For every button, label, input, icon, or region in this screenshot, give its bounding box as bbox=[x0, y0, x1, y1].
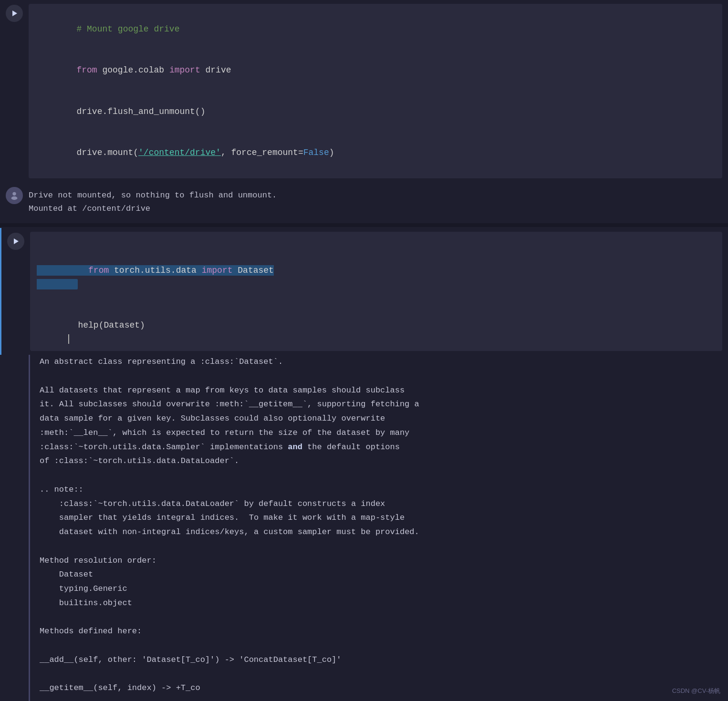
output-1: Drive not mounted, so nothing to flush a… bbox=[0, 182, 728, 222]
keyword-from-2: from bbox=[88, 266, 109, 275]
play-icon bbox=[10, 10, 18, 17]
svg-marker-0 bbox=[12, 10, 17, 16]
code-line-import: from google.colab import drive bbox=[35, 50, 716, 91]
user-icon bbox=[9, 190, 20, 201]
mount-path: '/content/drive' bbox=[138, 148, 221, 157]
close-paren: ) bbox=[329, 148, 334, 157]
play-icon-2 bbox=[12, 237, 20, 245]
code-line-flush: drive.flush_and_unmount() bbox=[35, 91, 716, 132]
normal-text-drive: drive bbox=[200, 65, 231, 75]
svg-point-2 bbox=[11, 196, 18, 199]
cell-2: from torch.utils.data import Dataset hel… bbox=[0, 228, 728, 355]
code-line-comment: # Mount google drive bbox=[35, 9, 716, 50]
run-button-2[interactable] bbox=[7, 233, 24, 250]
output-avatar-1 bbox=[6, 187, 23, 204]
output-line-2: Mounted at /content/drive bbox=[29, 204, 150, 213]
comment-text: # Mount google drive bbox=[76, 24, 179, 34]
keyword-import: import bbox=[169, 65, 200, 75]
code-block-1: # Mount google drive from google.colab i… bbox=[29, 4, 722, 178]
code-line-mount: drive.mount('/content/drive', force_remo… bbox=[35, 132, 716, 173]
cell-1: # Mount google drive from google.colab i… bbox=[0, 0, 728, 182]
output-line-1: Drive not mounted, so nothing to flush a… bbox=[29, 191, 277, 200]
separator-1 bbox=[0, 223, 728, 227]
watermark: CSDN @CV-杨帆 bbox=[672, 687, 720, 695]
mount-call-start: drive.mount( bbox=[76, 148, 138, 157]
code-block-2: from torch.utils.data import Dataset hel… bbox=[30, 232, 722, 351]
code-line-help: help(Dataset) bbox=[37, 305, 716, 346]
run-button-1[interactable] bbox=[6, 5, 23, 22]
normal-text: google.colab bbox=[97, 65, 169, 75]
svg-point-1 bbox=[12, 192, 16, 195]
output-text-1: Drive not mounted, so nothing to flush a… bbox=[29, 186, 722, 218]
help-call: help(Dataset) bbox=[78, 320, 145, 330]
help-border-container: An abstract class representing a :class:… bbox=[29, 355, 722, 701]
svg-marker-3 bbox=[14, 238, 19, 244]
dataset-name: Dataset bbox=[233, 266, 274, 275]
help-output: An abstract class representing a :class:… bbox=[0, 355, 728, 701]
torch-path: torch.utils.data bbox=[109, 266, 201, 275]
flush-call: drive.flush_and_unmount() bbox=[76, 107, 205, 116]
keyword-from: from bbox=[76, 65, 97, 75]
code-line-torch-import: from torch.utils.data import Dataset bbox=[37, 237, 716, 305]
mount-params: , force_remount= bbox=[221, 148, 303, 157]
bool-false: False bbox=[303, 148, 329, 157]
notebook: # Mount google drive from google.colab i… bbox=[0, 0, 728, 701]
help-text-content: An abstract class representing a :class:… bbox=[40, 355, 722, 701]
keyword-import-2: import bbox=[202, 266, 233, 275]
